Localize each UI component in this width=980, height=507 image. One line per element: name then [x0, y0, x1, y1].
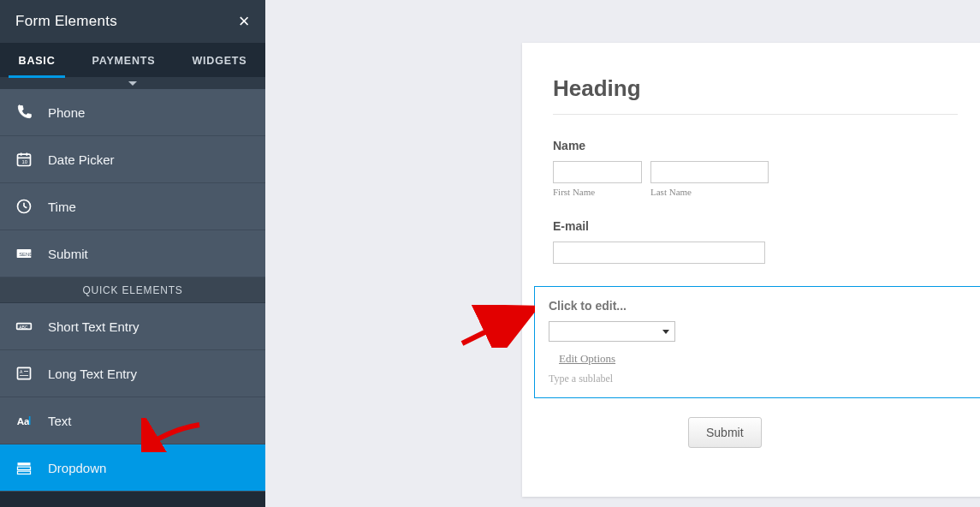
- quick-elements-header: QUICK ELEMENTS: [0, 277, 265, 303]
- edit-options-link[interactable]: Edit Options: [559, 352, 615, 365]
- dropdown-icon: [15, 459, 33, 476]
- svg-text:SEND: SEND: [19, 252, 33, 257]
- element-phone[interactable]: Phone: [0, 89, 265, 136]
- email-field[interactable]: E-mail: [553, 219, 958, 264]
- element-label: Time: [48, 200, 76, 214]
- close-icon[interactable]: ×: [239, 12, 250, 31]
- form-heading[interactable]: Heading: [553, 75, 958, 102]
- element-label: Submit: [48, 247, 88, 261]
- name-label: Name: [553, 139, 958, 152]
- element-label: Date Picker: [48, 152, 115, 167]
- svg-line-7: [24, 206, 27, 208]
- sidebar-title: Form Elements: [15, 13, 117, 30]
- element-long-text[interactable]: A Long Text Entry: [0, 350, 265, 397]
- text-icon: Aa: [15, 412, 33, 429]
- element-dropdown[interactable]: Dropdown: [0, 444, 265, 492]
- sidebar-tabs: BASIC PAYMENTS WIDGETS: [0, 43, 265, 77]
- submit-button[interactable]: Submit: [688, 417, 762, 448]
- element-time[interactable]: Time: [0, 183, 265, 230]
- element-label: Short Text Entry: [48, 319, 139, 334]
- clock-icon: [15, 198, 33, 215]
- svg-text:10: 10: [22, 159, 28, 164]
- phone-icon: [15, 104, 33, 121]
- svg-rect-18: [18, 462, 31, 465]
- element-short-text[interactable]: ABC Short Text Entry: [0, 303, 265, 350]
- tab-widgets[interactable]: WIDGETS: [174, 43, 265, 77]
- svg-text:Aa: Aa: [17, 415, 30, 426]
- element-label: Text: [48, 414, 72, 428]
- collapse-row[interactable]: [0, 77, 265, 89]
- svg-rect-20: [18, 471, 31, 474]
- dropdown-field-selected[interactable]: Click to edit... Edit Options Type a sub…: [534, 286, 980, 398]
- element-label: Long Text Entry: [48, 367, 137, 381]
- tab-basic[interactable]: BASIC: [0, 43, 74, 77]
- svg-text:ABC: ABC: [19, 325, 28, 330]
- form-card: Heading Name First Name Last Name E-mail: [522, 43, 980, 497]
- element-text[interactable]: Aa Text: [0, 397, 265, 444]
- form-canvas: Heading Name First Name Last Name E-mail: [265, 0, 980, 507]
- first-name-sublabel: First Name: [553, 187, 642, 197]
- send-icon: SEND: [15, 245, 33, 262]
- calendar-icon: 10: [15, 151, 33, 168]
- element-submit[interactable]: SEND Submit: [0, 230, 265, 277]
- email-label: E-mail: [553, 219, 958, 233]
- tab-payments[interactable]: PAYMENTS: [74, 43, 174, 77]
- long-text-icon: A: [15, 365, 33, 382]
- chevron-down-icon: [662, 330, 669, 334]
- sidebar-header: Form Elements ×: [0, 0, 265, 43]
- name-field[interactable]: Name First Name Last Name: [553, 139, 958, 197]
- dropdown-select[interactable]: [549, 321, 675, 342]
- form-elements-panel: Form Elements × BASIC PAYMENTS WIDGETS P…: [0, 0, 265, 507]
- short-text-icon: ABC: [15, 318, 33, 335]
- last-name-input[interactable]: [650, 161, 769, 183]
- element-label: Phone: [48, 105, 85, 120]
- element-date-picker[interactable]: 10 Date Picker: [0, 136, 265, 183]
- first-name-input[interactable]: [553, 161, 642, 183]
- element-list: Phone 10 Date Picker Time SEND Submit: [0, 89, 265, 492]
- last-name-sublabel: Last Name: [650, 187, 769, 197]
- dropdown-label[interactable]: Click to edit...: [549, 299, 974, 313]
- heading-divider: [553, 114, 958, 115]
- svg-rect-19: [18, 467, 31, 469]
- dropdown-sublabel[interactable]: Type a sublabel: [549, 373, 974, 385]
- svg-text:A: A: [20, 369, 23, 374]
- email-input[interactable]: [553, 242, 765, 264]
- element-label: Dropdown: [48, 461, 106, 475]
